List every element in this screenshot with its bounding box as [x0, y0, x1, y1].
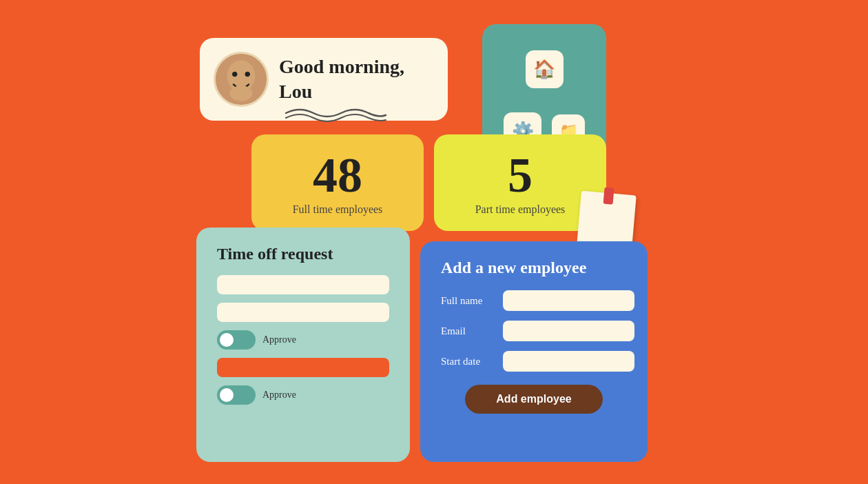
email-row: Email — [441, 321, 627, 341]
start-date-row: Start date — [441, 351, 627, 372]
home-icon: 🏠 — [533, 59, 555, 80]
timeoff-bar-3 — [217, 358, 389, 377]
toggle-knob-1 — [220, 333, 234, 347]
part-time-label: Part time employees — [475, 203, 566, 216]
email-label: Email — [441, 325, 496, 337]
svg-point-4 — [229, 85, 252, 101]
part-time-number: 5 — [508, 150, 533, 200]
greeting-line1: Good morning, — [279, 54, 404, 79]
sticky-clip — [603, 188, 614, 205]
email-input[interactable] — [503, 321, 634, 341]
timeoff-bar-2 — [217, 303, 389, 322]
full-time-stat-card: 48 Full time employees — [251, 134, 424, 231]
timeoff-bar-1 — [217, 275, 389, 294]
greeting-card: Good morning, Lou — [200, 38, 448, 121]
approve-toggle-1[interactable] — [217, 330, 256, 350]
start-date-input[interactable] — [503, 351, 634, 372]
full-name-input[interactable] — [503, 290, 634, 311]
full-name-row: Full name — [441, 290, 627, 311]
greeting-line2: Lou — [279, 79, 404, 104]
home-button[interactable]: 🏠 — [526, 50, 564, 88]
add-employee-button[interactable]: Add employee — [465, 385, 603, 414]
avatar — [214, 52, 269, 107]
add-employee-title: Add a new employee — [441, 259, 627, 277]
full-name-label: Full name — [441, 295, 496, 307]
full-time-label: Full time employees — [293, 203, 383, 216]
toggle-knob-2 — [220, 388, 234, 402]
start-date-label: Start date — [441, 356, 496, 367]
approve-row-2: Approve — [217, 385, 389, 405]
approve-row-1: Approve — [217, 330, 389, 350]
approve-toggle-2[interactable] — [217, 385, 256, 405]
svg-point-2 — [232, 72, 237, 77]
approve-label-1: Approve — [262, 334, 296, 345]
timeoff-card: Time off request Approve Approve — [196, 228, 410, 462]
timeoff-title: Time off request — [217, 245, 389, 263]
full-time-number: 48 — [313, 150, 362, 200]
add-employee-card: Add a new employee Full name Email Start… — [420, 241, 648, 462]
svg-point-3 — [245, 72, 250, 77]
approve-label-2: Approve — [262, 390, 296, 401]
